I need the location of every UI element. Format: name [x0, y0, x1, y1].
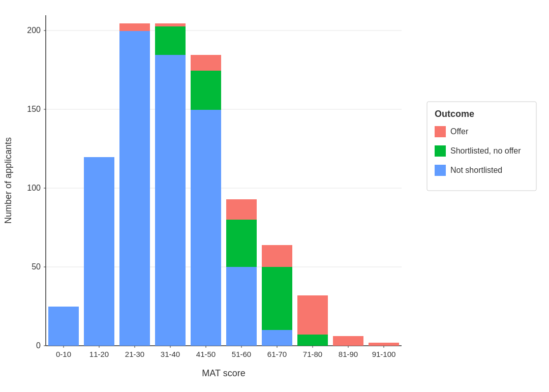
- x-tick-11-20: 11-20: [89, 350, 109, 358]
- legend-offer-swatch: [435, 126, 446, 137]
- bar-81-90-offer: [333, 336, 363, 346]
- bar-31-40-offer: [155, 23, 186, 26]
- bar-61-70-not-shortlisted: [262, 330, 292, 346]
- bar-31-40-not-shortlisted: [155, 55, 186, 346]
- bar-91-100-offer: [369, 343, 399, 346]
- y-tick-200: 200: [27, 26, 41, 35]
- x-tick-71-80: 71-80: [303, 350, 322, 358]
- y-tick-0: 0: [36, 341, 41, 350]
- legend-shortlisted-label: Shortlisted, no offer: [450, 146, 521, 155]
- y-axis-label: Number of applicants: [3, 137, 13, 224]
- legend-shortlisted-swatch: [435, 145, 446, 157]
- y-tick-100: 100: [27, 184, 41, 192]
- y-tick-50: 50: [32, 262, 41, 271]
- legend-title: Outcome: [435, 109, 474, 119]
- y-tick-150: 150: [27, 105, 41, 113]
- legend-offer-label: Offer: [450, 127, 469, 136]
- chart-container: 0 50 100 150 200 Number of applicants MA…: [0, 0, 549, 392]
- x-tick-51-60: 51-60: [232, 350, 251, 358]
- x-tick-31-40: 31-40: [161, 350, 180, 358]
- bar-11-20-not-shortlisted: [84, 157, 114, 346]
- bar-51-60-offer: [226, 199, 257, 220]
- bar-21-30-offer: [119, 23, 150, 31]
- legend-not-shortlisted-swatch: [435, 165, 446, 176]
- bar-41-50-not-shortlisted: [191, 110, 221, 346]
- bar-61-70-shortlisted: [262, 267, 292, 330]
- bar-31-40-shortlisted: [155, 26, 186, 55]
- bar-41-50-shortlisted: [191, 71, 221, 110]
- x-tick-41-50: 41-50: [196, 350, 216, 358]
- bar-71-80-shortlisted: [297, 335, 328, 346]
- x-tick-61-70: 61-70: [267, 350, 287, 358]
- bar-0-10-not-shortlisted: [48, 307, 79, 346]
- x-axis-label: MAT score: [202, 368, 245, 378]
- x-tick-21-30: 21-30: [125, 350, 144, 358]
- bar-61-70-offer: [262, 245, 292, 267]
- bar-71-80-offer: [297, 295, 328, 335]
- bar-41-50-offer: [191, 55, 221, 71]
- bar-21-30-not-shortlisted: [119, 31, 150, 346]
- bar-51-60-shortlisted: [226, 220, 257, 267]
- bar-51-60-not-shortlisted: [226, 267, 257, 346]
- x-tick-91-100: 91-100: [372, 350, 396, 358]
- legend-not-shortlisted-label: Not shortlisted: [450, 166, 502, 174]
- x-tick-81-90: 81-90: [339, 350, 358, 358]
- x-tick-0-10: 0-10: [56, 350, 71, 358]
